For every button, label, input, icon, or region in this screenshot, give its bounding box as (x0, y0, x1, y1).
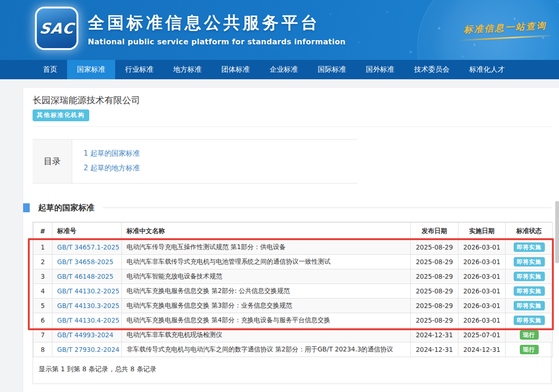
status-badge: 即将实施 (514, 242, 545, 252)
publish-date: 2025-08-29 (411, 313, 458, 328)
table-row: 5 GB/T 44130.3-2025 电动汽车充换电服务信息交换 第3部分：业… (34, 299, 553, 313)
standard-code-link[interactable]: GB/T 44993-2024 (57, 331, 113, 339)
section-header: 起草的国家标准 (23, 202, 559, 213)
divider (33, 126, 551, 127)
implement-date: 2026-03-01 (458, 269, 506, 284)
implement-date: 2024-12-31 (458, 342, 506, 357)
table-header-row: # 标准号 标准中文名称 发布日期 实施日期 标准状态 (34, 223, 553, 240)
implement-date: 2026-03-01 (458, 313, 506, 328)
scrollbar-thumb[interactable] (555, 201, 559, 263)
publish-date: 2025-08-29 (411, 240, 458, 255)
standard-code-link[interactable]: GB/T 27930.2-2024 (57, 346, 119, 353)
main-area: 长园深瑞能源技术有限公司 其他标准化机构 目录 1 起草的国家标准 2 起草的地… (0, 79, 559, 392)
row-index: 7 (34, 328, 52, 342)
status-badge: 即将实施 (514, 272, 545, 281)
implement-date: 2025-07-01 (458, 328, 506, 342)
record-count-summary: 显示第 1 到第 8 条记录，总共 8 条记录 (33, 357, 551, 384)
row-index: 6 (34, 313, 52, 328)
nav-item-national-standards[interactable]: 国家标准 (67, 60, 115, 79)
implement-date: 2026-03-01 (458, 240, 506, 255)
table-row: 7 GB/T 44993-2024 电动汽车非车载充电机现场检测仪 2024-1… (34, 328, 553, 342)
publish-date: 2024-12-31 (411, 342, 458, 357)
publish-date: 2025-08-29 (411, 269, 458, 284)
implement-date: 2026-03-01 (458, 284, 506, 299)
table-of-contents: 目录 1 起草的国家标准 2 起草的地方标准 (33, 139, 357, 183)
standard-name: 电动汽车非车载传导式充电机与电池管理系统之间的通信协议一致性测试 (122, 255, 411, 269)
standard-name: 电动汽车充换电服务信息交换 第2部分: 公共信息交换规范 (122, 284, 411, 299)
table-row: 4 GB/T 44130.2-2025 电动汽车充换电服务信息交换 第2部分: … (34, 284, 553, 299)
row-index: 8 (34, 342, 52, 357)
col-header-pub-date: 发布日期 (411, 223, 458, 240)
status-badge: 现行 (520, 330, 539, 340)
nav-item-international-standards[interactable]: 国际标准 (308, 60, 356, 79)
standard-name: 非车载传导式充电机与电动汽车之间的数字通信协议 第2部分：用于GB/T 2023… (122, 342, 411, 357)
standard-name: 电动汽车智能充放电设备技术规范 (122, 269, 411, 284)
table-row: 2 GB/T 34658-2025 电动汽车非车载传导式充电机与电池管理系统之间… (34, 255, 553, 269)
status-badge: 即将实施 (514, 257, 545, 267)
row-index: 1 (34, 240, 52, 255)
nav-item-home[interactable]: 首页 (33, 60, 67, 79)
row-index: 2 (34, 255, 52, 269)
standard-code-link[interactable]: GB/T 44130.3-2025 (57, 302, 119, 309)
toc-label: 目录 (33, 140, 72, 183)
publish-date: 2025-08-29 (411, 299, 458, 313)
section-title: 起草的国家标准 (38, 202, 94, 213)
nav-item-technical-committee[interactable]: 技术委员会 (404, 60, 459, 79)
col-header-name: 标准中文名称 (122, 223, 411, 240)
table-row: 3 GB/T 46148-2025 电动汽车智能充放电设备技术规范 2025-0… (34, 269, 553, 284)
row-index: 5 (34, 299, 52, 313)
nav-item-enterprise-standards[interactable]: 企业标准 (260, 60, 308, 79)
col-header-impl-date: 实施日期 (458, 223, 506, 240)
standards-table-block: # 标准号 标准中文名称 发布日期 实施日期 标准状态 1 GB/T 34657… (33, 222, 551, 384)
sac-logo[interactable]: SAC (37, 8, 76, 48)
col-header-code: 标准号 (52, 223, 122, 240)
nav-item-local-standards[interactable]: 地方标准 (163, 60, 212, 79)
standards-table: # 标准号 标准中文名称 发布日期 实施日期 标准状态 1 GB/T 34657… (33, 222, 553, 357)
implement-date: 2026-03-01 (458, 299, 506, 313)
site-header: SAC 全国标准信息公共服务平台 National public service… (0, 0, 559, 60)
col-header-index: # (34, 223, 52, 240)
standard-name: 电动汽车充换电服务信息交换 第3部分：业务信息交换规范 (122, 299, 411, 313)
toc-link-local-standards[interactable]: 2 起草的地方标准 (84, 161, 140, 175)
standard-code-link[interactable]: GB/T 44130.2-2025 (57, 287, 119, 295)
standard-code-link[interactable]: GB/T 34658-2025 (57, 258, 113, 266)
table-row: 6 GB/T 44130.4-2025 电动汽车充换电服务信息交换 第4部分：充… (34, 313, 553, 328)
standard-name: 电动汽车充换电服务信息交换 第4部分：充换电设备与服务平台信息交换 (122, 313, 411, 328)
status-badge: 即将实施 (514, 286, 545, 296)
section-marker-icon (23, 203, 30, 212)
standard-name: 电动汽车非车载充电机现场检测仪 (122, 328, 411, 342)
company-name: 长园深瑞能源技术有限公司 (33, 94, 559, 106)
table-row: 8 GB/T 27930.2-2024 非车载传导式充电机与电动汽车之间的数字通… (34, 342, 553, 357)
nav-item-group-standards[interactable]: 团体标准 (212, 60, 260, 79)
nav-item-standardization-talent[interactable]: 标准化人才 (459, 60, 515, 79)
section-divider-line (103, 208, 551, 208)
row-index: 3 (34, 269, 52, 284)
row-index: 4 (34, 284, 52, 299)
standard-name: 电动汽车传导充电互操作性测试规范 第1部分：供电设备 (122, 240, 411, 255)
org-type-badge: 其他标准化机构 (33, 109, 89, 121)
table-row: 1 GB/T 34657.1-2025 电动汽车传导充电互操作性测试规范 第1部… (34, 240, 553, 255)
col-header-status: 标准状态 (506, 223, 553, 240)
toc-link-national-standards[interactable]: 1 起草的国家标准 (84, 146, 140, 161)
standard-code-link[interactable]: GB/T 46148-2025 (57, 273, 113, 280)
status-badge: 即将实施 (514, 316, 545, 325)
standards-table-wrap: # 标准号 标准中文名称 发布日期 实施日期 标准状态 1 GB/T 34657… (33, 222, 551, 384)
site-title-block: 全国标准信息公共服务平台 National public service pla… (88, 12, 346, 46)
publish-date: 2025-08-29 (411, 255, 458, 269)
sac-logo-text: SAC (39, 20, 75, 37)
status-badge: 现行 (520, 345, 539, 354)
implement-date: 2026-03-01 (458, 255, 506, 269)
site-title: 全国标准信息公共服务平台 (88, 12, 346, 34)
standard-code-link[interactable]: GB/T 44130.4-2025 (57, 317, 119, 324)
toc-links: 1 起草的国家标准 2 起草的地方标准 (72, 140, 140, 183)
content-card: 长园深瑞能源技术有限公司 其他标准化机构 目录 1 起草的国家标准 2 起草的地… (23, 87, 559, 392)
status-badge: 即将实施 (514, 301, 545, 310)
standard-code-link[interactable]: GB/T 34657.1-2025 (57, 243, 119, 251)
site-subtitle: National public service platform for sta… (88, 37, 346, 46)
nav-item-industry-standards[interactable]: 行业标准 (115, 60, 163, 79)
nav-item-foreign-standards[interactable]: 国外标准 (356, 60, 404, 79)
publish-date: 2025-08-29 (411, 284, 458, 299)
publish-date: 2024-12-31 (411, 328, 458, 342)
main-nav: 首页 国家标准 行业标准 地方标准 团体标准 企业标准 国际标准 国外标准 技术… (0, 60, 559, 79)
